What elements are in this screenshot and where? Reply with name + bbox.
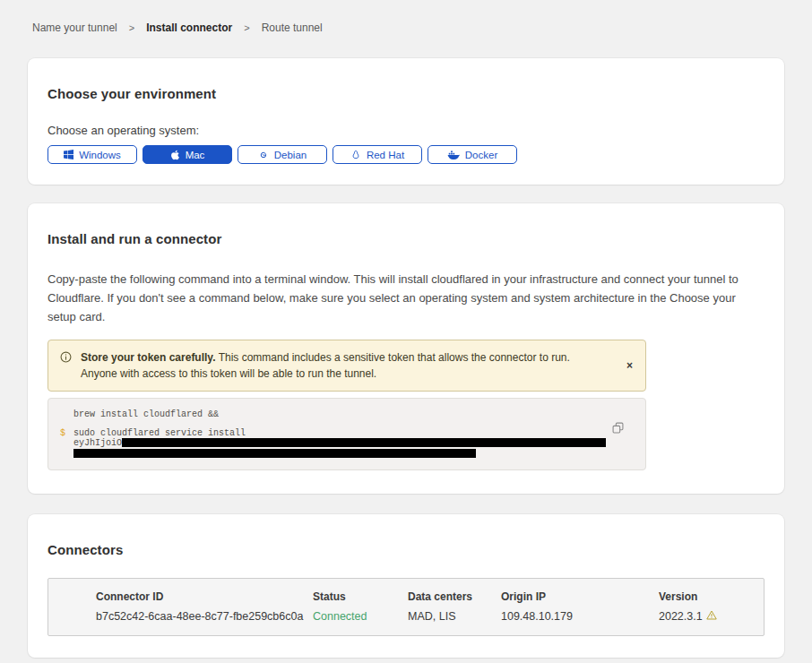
os-button-mac[interactable]: Mac [143, 145, 232, 164]
connectors-title: Connectors [48, 542, 764, 557]
connector-origin-ip-value: 109.48.10.179 [501, 610, 659, 623]
code-line-sudo: sudo cloudflared service install [73, 428, 246, 438]
column-header-connector-id: Connector ID [96, 590, 313, 603]
os-button-debian[interactable]: Debian [238, 145, 327, 164]
shell-prompt: $ [60, 428, 73, 458]
connector-id-value: b7c52c42-6caa-48ee-8c77-fbe259cb6c0a [96, 610, 313, 623]
os-button-label: Mac [186, 150, 205, 160]
breadcrumb: Name your tunnel > Install connector > R… [32, 22, 784, 34]
token-prefix: eyJhIjoiO [73, 438, 122, 448]
os-button-redhat[interactable]: Red Hat [333, 145, 422, 164]
os-select-label: Choose an operating system: [48, 124, 764, 137]
code-line-brew: brew install cloudflared && [73, 409, 219, 419]
install-connector-description: Copy-paste the following command into a … [48, 270, 764, 326]
install-connector-title: Install and run a connector [48, 231, 764, 246]
breadcrumb-step-install-connector[interactable]: Install connector [146, 22, 232, 34]
redacted-token-bar [122, 438, 606, 447]
redacted-token-bar [73, 449, 476, 458]
os-button-group: Windows Mac Debian Red Hat [48, 145, 764, 164]
os-button-windows[interactable]: Windows [48, 145, 137, 164]
column-header-origin-ip: Origin IP [501, 590, 659, 603]
connectors-table: Connector ID Status Data centers Origin … [48, 578, 764, 636]
breadcrumb-separator: > [244, 22, 249, 33]
connectors-card: Connectors Connector ID Status Data cent… [28, 514, 784, 658]
debian-logo-icon [258, 150, 269, 160]
info-circle-icon [60, 351, 72, 367]
connectors-table-header: Connector ID Status Data centers Origin … [96, 590, 764, 603]
os-button-label: Docker [465, 150, 497, 160]
os-button-label: Debian [274, 150, 307, 160]
page: Name your tunnel > Install connector > R… [0, 0, 812, 663]
code-gutter [60, 409, 73, 419]
column-header-data-centers: Data centers [408, 590, 501, 603]
apple-logo-icon [170, 150, 180, 160]
copy-icon[interactable] [612, 422, 624, 434]
breadcrumb-separator: > [129, 22, 134, 33]
install-command-code-block: brew install cloudflared && $ sudo cloud… [48, 398, 646, 470]
windows-logo-icon [64, 150, 73, 159]
docker-logo-icon [447, 150, 460, 159]
breadcrumb-step-name-your-tunnel[interactable]: Name your tunnel [32, 22, 117, 34]
environment-card: Choose your environment Choose an operat… [28, 58, 784, 185]
code-command: sudo cloudflared service install eyJhIjo… [73, 428, 606, 458]
token-warning-banner: Store your token carefully. This command… [48, 340, 646, 392]
os-button-label: Red Hat [367, 150, 404, 160]
connector-table-row: b7c52c42-6caa-48ee-8c77-fbe259cb6c0a Con… [96, 610, 764, 623]
install-connector-card: Install and run a connector Copy-paste t… [28, 203, 784, 494]
environment-card-title: Choose your environment [48, 86, 764, 101]
breadcrumb-step-route-tunnel[interactable]: Route tunnel [262, 22, 323, 34]
os-button-label: Windows [79, 150, 121, 160]
os-button-docker[interactable]: Docker [428, 145, 517, 164]
column-header-version: Version [659, 590, 764, 603]
token-warning-title: Store your token carefully. [81, 351, 216, 364]
connector-data-centers-value: MAD, LIS [408, 610, 501, 623]
version-warning-icon [706, 610, 717, 623]
connector-version-value: 2022.3.1 [659, 610, 703, 623]
connector-status-badge: Connected [313, 610, 408, 623]
redhat-logo-icon [350, 150, 361, 160]
column-header-status: Status [313, 590, 408, 603]
close-icon[interactable]: × [623, 357, 636, 375]
